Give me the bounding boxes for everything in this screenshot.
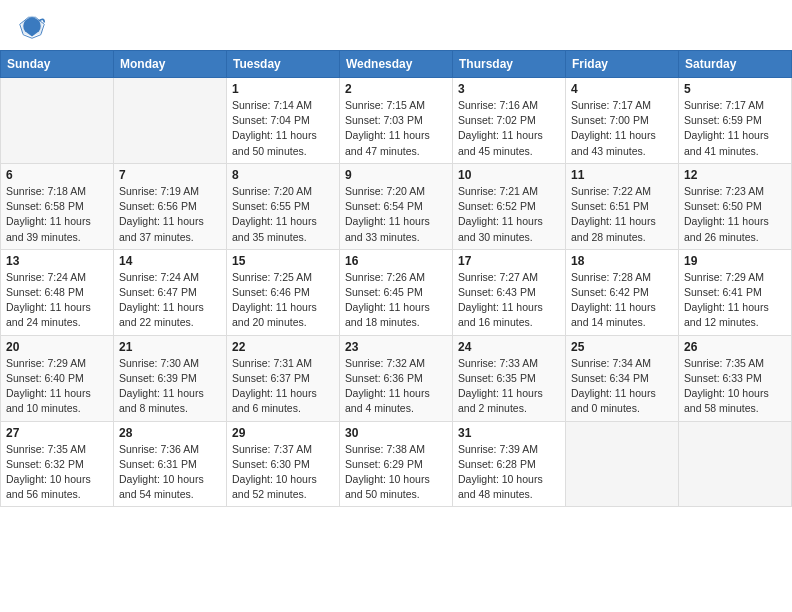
calendar-cell — [1, 78, 114, 164]
calendar-cell: 19Sunrise: 7:29 AM Sunset: 6:41 PM Dayli… — [679, 249, 792, 335]
calendar-cell: 25Sunrise: 7:34 AM Sunset: 6:34 PM Dayli… — [566, 335, 679, 421]
calendar-cell: 13Sunrise: 7:24 AM Sunset: 6:48 PM Dayli… — [1, 249, 114, 335]
day-number: 15 — [232, 254, 334, 268]
calendar-cell: 8Sunrise: 7:20 AM Sunset: 6:55 PM Daylig… — [227, 163, 340, 249]
day-info: Sunrise: 7:35 AM Sunset: 6:32 PM Dayligh… — [6, 442, 108, 503]
calendar-cell: 18Sunrise: 7:28 AM Sunset: 6:42 PM Dayli… — [566, 249, 679, 335]
day-info: Sunrise: 7:37 AM Sunset: 6:30 PM Dayligh… — [232, 442, 334, 503]
column-header-tuesday: Tuesday — [227, 51, 340, 78]
day-info: Sunrise: 7:31 AM Sunset: 6:37 PM Dayligh… — [232, 356, 334, 417]
calendar-week-row: 20Sunrise: 7:29 AM Sunset: 6:40 PM Dayli… — [1, 335, 792, 421]
day-number: 2 — [345, 82, 447, 96]
day-number: 25 — [571, 340, 673, 354]
calendar-cell: 10Sunrise: 7:21 AM Sunset: 6:52 PM Dayli… — [453, 163, 566, 249]
calendar-week-row: 6Sunrise: 7:18 AM Sunset: 6:58 PM Daylig… — [1, 163, 792, 249]
calendar-cell: 1Sunrise: 7:14 AM Sunset: 7:04 PM Daylig… — [227, 78, 340, 164]
calendar-cell: 31Sunrise: 7:39 AM Sunset: 6:28 PM Dayli… — [453, 421, 566, 507]
column-header-thursday: Thursday — [453, 51, 566, 78]
column-header-friday: Friday — [566, 51, 679, 78]
calendar-cell: 24Sunrise: 7:33 AM Sunset: 6:35 PM Dayli… — [453, 335, 566, 421]
calendar-week-row: 1Sunrise: 7:14 AM Sunset: 7:04 PM Daylig… — [1, 78, 792, 164]
calendar-week-row: 13Sunrise: 7:24 AM Sunset: 6:48 PM Dayli… — [1, 249, 792, 335]
day-info: Sunrise: 7:27 AM Sunset: 6:43 PM Dayligh… — [458, 270, 560, 331]
day-number: 11 — [571, 168, 673, 182]
calendar-cell: 6Sunrise: 7:18 AM Sunset: 6:58 PM Daylig… — [1, 163, 114, 249]
day-number: 16 — [345, 254, 447, 268]
day-number: 24 — [458, 340, 560, 354]
day-info: Sunrise: 7:15 AM Sunset: 7:03 PM Dayligh… — [345, 98, 447, 159]
day-number: 10 — [458, 168, 560, 182]
day-info: Sunrise: 7:21 AM Sunset: 6:52 PM Dayligh… — [458, 184, 560, 245]
day-info: Sunrise: 7:14 AM Sunset: 7:04 PM Dayligh… — [232, 98, 334, 159]
calendar-cell: 29Sunrise: 7:37 AM Sunset: 6:30 PM Dayli… — [227, 421, 340, 507]
day-info: Sunrise: 7:29 AM Sunset: 6:40 PM Dayligh… — [6, 356, 108, 417]
day-info: Sunrise: 7:23 AM Sunset: 6:50 PM Dayligh… — [684, 184, 786, 245]
day-number: 7 — [119, 168, 221, 182]
calendar-cell: 16Sunrise: 7:26 AM Sunset: 6:45 PM Dayli… — [340, 249, 453, 335]
day-number: 30 — [345, 426, 447, 440]
day-number: 19 — [684, 254, 786, 268]
day-number: 5 — [684, 82, 786, 96]
day-number: 13 — [6, 254, 108, 268]
page-header — [0, 0, 792, 44]
calendar-cell — [114, 78, 227, 164]
column-header-saturday: Saturday — [679, 51, 792, 78]
day-info: Sunrise: 7:34 AM Sunset: 6:34 PM Dayligh… — [571, 356, 673, 417]
day-info: Sunrise: 7:22 AM Sunset: 6:51 PM Dayligh… — [571, 184, 673, 245]
day-info: Sunrise: 7:17 AM Sunset: 7:00 PM Dayligh… — [571, 98, 673, 159]
day-info: Sunrise: 7:30 AM Sunset: 6:39 PM Dayligh… — [119, 356, 221, 417]
day-info: Sunrise: 7:36 AM Sunset: 6:31 PM Dayligh… — [119, 442, 221, 503]
calendar-cell: 12Sunrise: 7:23 AM Sunset: 6:50 PM Dayli… — [679, 163, 792, 249]
calendar-cell: 9Sunrise: 7:20 AM Sunset: 6:54 PM Daylig… — [340, 163, 453, 249]
calendar-cell: 11Sunrise: 7:22 AM Sunset: 6:51 PM Dayli… — [566, 163, 679, 249]
column-header-sunday: Sunday — [1, 51, 114, 78]
calendar-cell: 5Sunrise: 7:17 AM Sunset: 6:59 PM Daylig… — [679, 78, 792, 164]
calendar-cell: 17Sunrise: 7:27 AM Sunset: 6:43 PM Dayli… — [453, 249, 566, 335]
day-number: 4 — [571, 82, 673, 96]
day-info: Sunrise: 7:35 AM Sunset: 6:33 PM Dayligh… — [684, 356, 786, 417]
column-header-monday: Monday — [114, 51, 227, 78]
calendar-cell: 28Sunrise: 7:36 AM Sunset: 6:31 PM Dayli… — [114, 421, 227, 507]
calendar-cell: 27Sunrise: 7:35 AM Sunset: 6:32 PM Dayli… — [1, 421, 114, 507]
column-header-wednesday: Wednesday — [340, 51, 453, 78]
day-info: Sunrise: 7:20 AM Sunset: 6:54 PM Dayligh… — [345, 184, 447, 245]
day-number: 8 — [232, 168, 334, 182]
calendar-header-row: SundayMondayTuesdayWednesdayThursdayFrid… — [1, 51, 792, 78]
calendar-table: SundayMondayTuesdayWednesdayThursdayFrid… — [0, 50, 792, 507]
day-number: 18 — [571, 254, 673, 268]
calendar-cell: 4Sunrise: 7:17 AM Sunset: 7:00 PM Daylig… — [566, 78, 679, 164]
logo — [18, 12, 48, 40]
calendar-cell: 22Sunrise: 7:31 AM Sunset: 6:37 PM Dayli… — [227, 335, 340, 421]
day-info: Sunrise: 7:25 AM Sunset: 6:46 PM Dayligh… — [232, 270, 334, 331]
day-info: Sunrise: 7:20 AM Sunset: 6:55 PM Dayligh… — [232, 184, 334, 245]
calendar-week-row: 27Sunrise: 7:35 AM Sunset: 6:32 PM Dayli… — [1, 421, 792, 507]
calendar-cell: 2Sunrise: 7:15 AM Sunset: 7:03 PM Daylig… — [340, 78, 453, 164]
day-number: 31 — [458, 426, 560, 440]
day-info: Sunrise: 7:38 AM Sunset: 6:29 PM Dayligh… — [345, 442, 447, 503]
day-number: 6 — [6, 168, 108, 182]
day-info: Sunrise: 7:24 AM Sunset: 6:48 PM Dayligh… — [6, 270, 108, 331]
calendar-cell: 7Sunrise: 7:19 AM Sunset: 6:56 PM Daylig… — [114, 163, 227, 249]
calendar-cell: 26Sunrise: 7:35 AM Sunset: 6:33 PM Dayli… — [679, 335, 792, 421]
day-number: 12 — [684, 168, 786, 182]
calendar-cell: 3Sunrise: 7:16 AM Sunset: 7:02 PM Daylig… — [453, 78, 566, 164]
day-info: Sunrise: 7:19 AM Sunset: 6:56 PM Dayligh… — [119, 184, 221, 245]
day-number: 3 — [458, 82, 560, 96]
day-info: Sunrise: 7:29 AM Sunset: 6:41 PM Dayligh… — [684, 270, 786, 331]
day-number: 26 — [684, 340, 786, 354]
day-number: 14 — [119, 254, 221, 268]
calendar-cell — [566, 421, 679, 507]
day-number: 21 — [119, 340, 221, 354]
day-info: Sunrise: 7:33 AM Sunset: 6:35 PM Dayligh… — [458, 356, 560, 417]
day-number: 27 — [6, 426, 108, 440]
calendar-cell: 15Sunrise: 7:25 AM Sunset: 6:46 PM Dayli… — [227, 249, 340, 335]
day-number: 1 — [232, 82, 334, 96]
calendar-cell: 23Sunrise: 7:32 AM Sunset: 6:36 PM Dayli… — [340, 335, 453, 421]
calendar-cell — [679, 421, 792, 507]
calendar-cell: 30Sunrise: 7:38 AM Sunset: 6:29 PM Dayli… — [340, 421, 453, 507]
day-info: Sunrise: 7:28 AM Sunset: 6:42 PM Dayligh… — [571, 270, 673, 331]
day-info: Sunrise: 7:16 AM Sunset: 7:02 PM Dayligh… — [458, 98, 560, 159]
day-info: Sunrise: 7:32 AM Sunset: 6:36 PM Dayligh… — [345, 356, 447, 417]
day-number: 22 — [232, 340, 334, 354]
day-number: 17 — [458, 254, 560, 268]
